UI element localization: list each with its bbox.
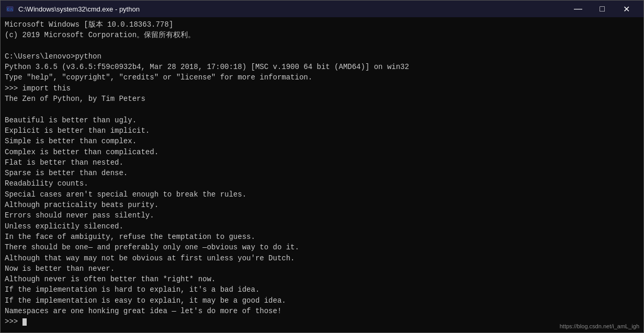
cursor-blink: [22, 318, 27, 326]
console-content: Microsoft Windows [版本 10.0.18363.778] (c…: [5, 19, 639, 327]
line-1: Microsoft Windows [版本 10.0.18363.778] (c…: [5, 20, 409, 326]
cmd-window: C:\ C:\Windows\system32\cmd.exe - python…: [0, 0, 644, 333]
window-controls: — □ ✕: [566, 1, 638, 17]
watermark: https://blog.csdn.net/i_amL_igh: [560, 323, 639, 329]
restore-button[interactable]: □: [590, 1, 614, 17]
svg-text:C:\: C:\: [7, 7, 13, 11]
window-title: C:\Windows\system32\cmd.exe - python: [18, 5, 566, 13]
console-output[interactable]: Microsoft Windows [版本 10.0.18363.778] (c…: [1, 17, 643, 332]
minimize-button[interactable]: —: [566, 1, 590, 17]
cmd-icon: C:\: [6, 5, 14, 13]
close-button[interactable]: ✕: [614, 1, 638, 17]
title-bar: C:\ C:\Windows\system32\cmd.exe - python…: [1, 1, 643, 17]
